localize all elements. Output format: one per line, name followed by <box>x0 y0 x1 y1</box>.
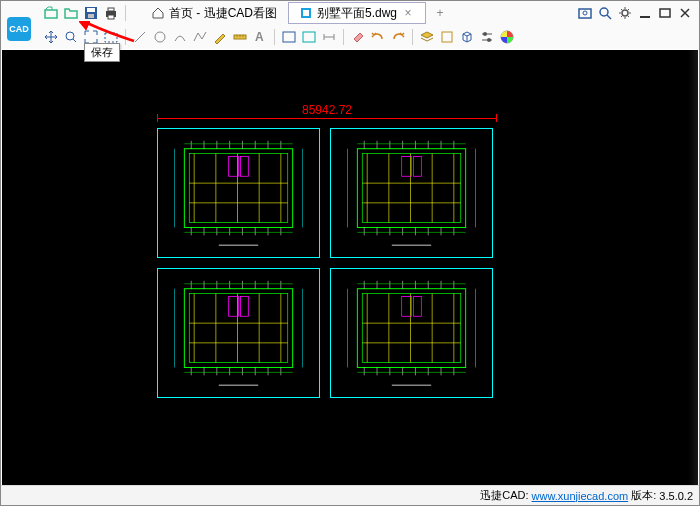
svg-rect-0 <box>45 10 57 18</box>
svg-rect-2 <box>87 8 95 12</box>
svg-rect-5 <box>108 8 114 11</box>
cube-icon[interactable] <box>457 27 477 47</box>
svg-line-12 <box>607 15 611 19</box>
svg-rect-142 <box>402 297 412 317</box>
drawing-canvas[interactable]: 85942.72 <box>2 50 698 485</box>
close-tab-icon[interactable]: × <box>401 6 415 20</box>
dimension-line: 85942.72 <box>157 108 497 124</box>
line-icon[interactable] <box>130 27 150 47</box>
svg-rect-46 <box>229 157 239 177</box>
svg-rect-26 <box>283 32 295 42</box>
tab-label: 首页 - 迅捷CAD看图 <box>169 5 277 22</box>
svg-rect-8 <box>303 10 309 16</box>
redo-icon[interactable] <box>388 27 408 47</box>
tooltip-save: 保存 <box>84 43 120 62</box>
gear-icon[interactable] <box>615 3 635 23</box>
color-wheel-icon[interactable] <box>497 27 517 47</box>
close-window-icon[interactable] <box>675 3 695 23</box>
separator <box>125 5 126 21</box>
svg-line-17 <box>73 39 76 42</box>
separator <box>343 29 344 45</box>
dwg-icon <box>299 6 313 20</box>
pencil-icon[interactable] <box>210 27 230 47</box>
toolbar-top: 首页 - 迅捷CAD看图 别墅平面5.dwg × + <box>1 1 699 25</box>
new-tab-icon[interactable]: + <box>430 3 450 23</box>
measure-icon[interactable] <box>230 27 250 47</box>
pan-icon[interactable] <box>41 27 61 47</box>
svg-rect-6 <box>108 15 114 19</box>
dimension-icon[interactable] <box>319 27 339 47</box>
version-label: 版本: <box>631 488 656 503</box>
separator <box>412 29 413 45</box>
floorplan-4 <box>330 268 493 398</box>
svg-rect-3 <box>88 14 94 18</box>
separator <box>125 29 126 45</box>
screenshot-icon[interactable] <box>575 3 595 23</box>
svg-point-16 <box>66 32 74 40</box>
folder-icon[interactable] <box>61 3 81 23</box>
box-icon[interactable] <box>437 27 457 47</box>
svg-rect-15 <box>660 9 670 17</box>
svg-rect-18 <box>105 33 117 42</box>
minimize-icon[interactable] <box>635 3 655 23</box>
layers-icon[interactable] <box>417 27 437 47</box>
zoom-extents-icon[interactable] <box>61 27 81 47</box>
text-icon[interactable]: A <box>250 27 270 47</box>
svg-rect-9 <box>579 9 591 18</box>
tab-label: 别墅平面5.dwg <box>317 5 397 22</box>
svg-point-35 <box>487 38 491 42</box>
circle-icon[interactable] <box>150 27 170 47</box>
svg-rect-27 <box>303 32 315 42</box>
brand-url[interactable]: www.xunjiecad.com <box>532 490 629 502</box>
brand-label: 迅捷CAD: <box>480 488 528 503</box>
svg-rect-110 <box>229 297 239 317</box>
svg-point-11 <box>600 8 608 16</box>
floorplan-1 <box>157 128 320 258</box>
print-icon[interactable] <box>101 3 121 23</box>
tab-file[interactable]: 别墅平面5.dwg × <box>288 2 426 24</box>
svg-point-13 <box>622 10 628 16</box>
dimension-value: 85942.72 <box>302 103 352 117</box>
layer-blue-icon[interactable] <box>279 27 299 47</box>
svg-line-19 <box>135 32 145 42</box>
status-bar: 迅捷CAD: www.xunjiecad.com 版本: 3.5.0.2 <box>1 485 699 505</box>
floorplan-3 <box>157 268 320 398</box>
tab-bar: 首页 - 迅捷CAD看图 别墅平面5.dwg × + <box>140 2 450 24</box>
tab-home[interactable]: 首页 - 迅捷CAD看图 <box>140 2 288 24</box>
version-value: 3.5.0.2 <box>659 490 693 502</box>
svg-point-10 <box>583 11 587 15</box>
scrollbar[interactable] <box>688 50 698 485</box>
svg-text:A: A <box>255 30 264 44</box>
floorplan-2 <box>330 128 493 258</box>
app-logo: CAD <box>7 17 31 41</box>
svg-rect-111 <box>240 297 248 317</box>
svg-rect-47 <box>240 157 248 177</box>
svg-rect-78 <box>402 157 412 177</box>
svg-point-20 <box>155 32 165 42</box>
erase-icon[interactable] <box>348 27 368 47</box>
svg-rect-31 <box>442 32 452 42</box>
save-icon[interactable] <box>81 3 101 23</box>
home-icon <box>151 6 165 20</box>
zoom-icon[interactable] <box>595 3 615 23</box>
svg-rect-143 <box>413 297 421 317</box>
settings-slider-icon[interactable] <box>477 27 497 47</box>
layer-teal-icon[interactable] <box>299 27 319 47</box>
arc-icon[interactable] <box>170 27 190 47</box>
undo-icon[interactable] <box>368 27 388 47</box>
open-file-icon[interactable] <box>41 3 61 23</box>
separator <box>274 29 275 45</box>
polyline-icon[interactable] <box>190 27 210 47</box>
svg-point-34 <box>483 32 487 36</box>
maximize-icon[interactable] <box>655 3 675 23</box>
svg-rect-79 <box>413 157 421 177</box>
